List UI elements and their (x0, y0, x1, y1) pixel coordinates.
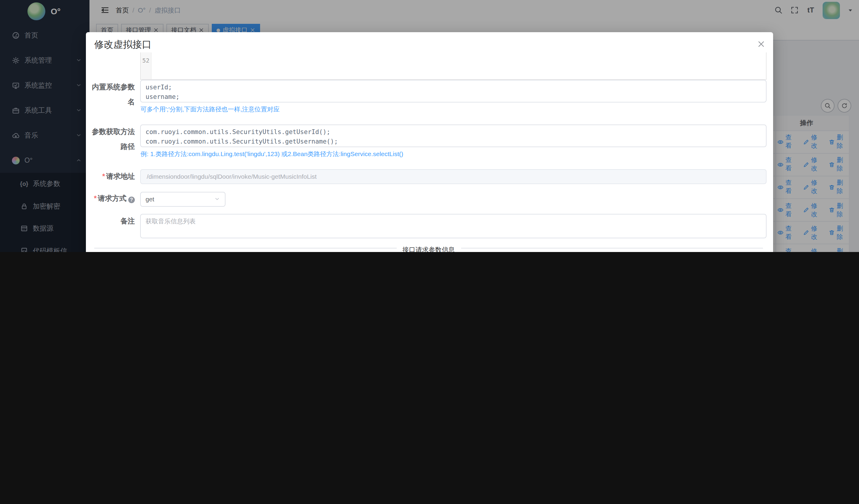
close-icon[interactable] (757, 40, 765, 48)
request-url-input: /dimensiondoor/lingdu/sqlDoor/invoke/Mus… (140, 169, 767, 184)
section-divider-text: 接口请求参数信息 (396, 246, 461, 252)
sys-param-label: 内置系统参数名 (89, 80, 135, 109)
editor-code-area[interactable] (151, 52, 766, 79)
dialog-body: 51 52 内置系统参数名 userId; username; 可多个用';'分… (86, 52, 769, 252)
method-path-hint: 例: 1.类路径方法:com.lingdu.Ling.test('lingdu'… (140, 150, 403, 158)
request-url-label: *请求地址 (89, 169, 135, 184)
section-divider: 接口请求参数信息 (94, 248, 763, 252)
chevron-down-icon (214, 196, 220, 202)
edit-virtual-api-dialog: 修改虚拟接口 51 52 内置系统参数名 userId; username; 可… (86, 32, 773, 252)
help-icon[interactable]: ? (128, 196, 135, 203)
remark-textarea[interactable]: 获取音乐信息列表 (140, 214, 767, 238)
required-asterisk: * (94, 194, 97, 203)
dialog-title: 修改虚拟接口 (94, 39, 151, 51)
method-path-label: 参数获取方法路径 (89, 124, 135, 154)
remark-label: 备注 (89, 214, 135, 229)
sql-code-editor[interactable]: 51 52 (140, 52, 767, 80)
editor-line-numbers: 51 52 (141, 52, 151, 79)
sys-param-hint: 可多个用';'分割,下面方法路径也一样,注意位置对应 (140, 105, 280, 113)
sys-param-textarea[interactable]: userId; username; (140, 80, 767, 103)
request-method-select[interactable]: get (140, 191, 225, 206)
app: O° 首页 系统管理 系统监控 系统工具 音乐 O° {o} 系统参数 加密解密 (0, 0, 859, 252)
request-method-label: *请求方式? (89, 191, 135, 206)
method-path-textarea[interactable]: com.ruoyi.common.utils.SecurityUtils.get… (140, 125, 767, 147)
request-method-value: get (146, 195, 154, 203)
required-asterisk: * (102, 172, 105, 180)
